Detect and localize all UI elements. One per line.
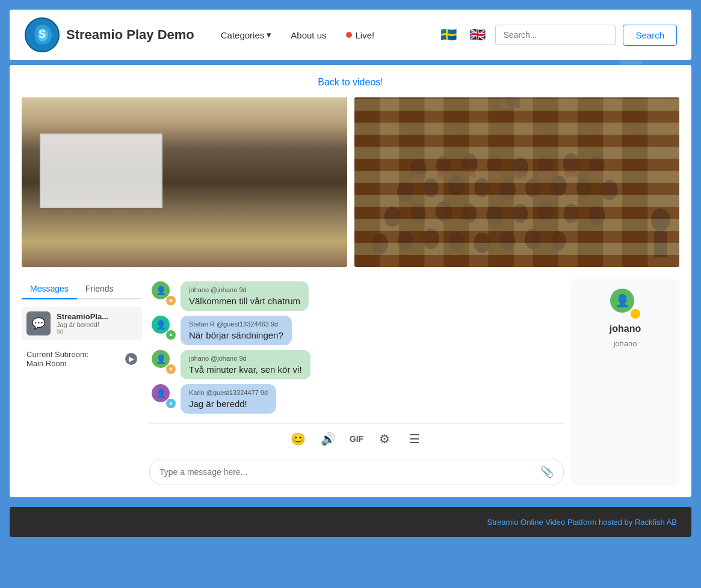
svg-rect-51 xyxy=(558,97,578,267)
svg-point-71 xyxy=(576,179,591,198)
svg-point-82 xyxy=(371,234,388,254)
svg-point-22 xyxy=(266,208,282,228)
svg-rect-3 xyxy=(22,97,347,188)
svg-point-21 xyxy=(247,210,261,228)
svg-point-75 xyxy=(435,201,452,222)
header: S Streamio Play Demo Categories ▾ About … xyxy=(10,10,691,60)
svg-rect-52 xyxy=(577,97,602,267)
svg-rect-50 xyxy=(533,97,558,267)
svg-rect-91 xyxy=(437,171,449,179)
svg-point-72 xyxy=(601,180,618,200)
tab-friends[interactable]: Friends xyxy=(77,279,122,298)
svg-rect-37 xyxy=(184,208,196,215)
video-gallery xyxy=(22,97,679,267)
search-button[interactable]: Search xyxy=(623,25,677,46)
svg-point-65 xyxy=(423,179,438,198)
attach-icon[interactable]: 📎 xyxy=(540,465,554,479)
room-icon: 💬 xyxy=(26,311,51,335)
svg-rect-96 xyxy=(564,169,577,177)
user-status-icon xyxy=(631,309,640,319)
svg-rect-93 xyxy=(488,171,501,179)
swedish-flag-button[interactable]: 🇸🇪 xyxy=(437,27,459,43)
emoji-button[interactable]: 😊 xyxy=(289,430,307,448)
avatar-johano-2: 👤 ★ xyxy=(152,350,176,374)
svg-rect-40 xyxy=(244,210,256,216)
msg-header-3: johano @johano 9d xyxy=(189,355,302,362)
svg-rect-44 xyxy=(399,97,424,267)
svg-rect-8 xyxy=(55,195,320,267)
back-link-area: Back to videos! xyxy=(22,77,679,88)
svg-point-67 xyxy=(474,179,489,198)
back-to-videos-link[interactable]: Back to videos! xyxy=(318,77,383,87)
svg-point-25 xyxy=(154,227,168,245)
tab-messages[interactable]: Messages xyxy=(22,279,77,299)
svg-point-70 xyxy=(550,176,567,196)
chat-messages: 👤 ★ johano @johano 9d Välkommen till vår… xyxy=(149,279,564,416)
message-3: 👤 ★ johano @johano 9d Två minuter kvar, … xyxy=(152,350,561,379)
svg-rect-7 xyxy=(91,105,231,185)
room-info: StreamioPla... Jag är beredd! 9d xyxy=(57,312,137,335)
svg-point-77 xyxy=(486,205,503,225)
subroom-arrow-icon[interactable]: ▶ xyxy=(125,353,137,365)
svg-point-78 xyxy=(512,204,527,223)
video-thumb-right[interactable] xyxy=(354,97,680,267)
user-avatar-main-icon: 👤 xyxy=(610,289,634,313)
svg-point-56 xyxy=(410,159,427,179)
room-time: 9d xyxy=(57,328,137,335)
menu-button[interactable]: ☰ xyxy=(406,430,424,448)
video-thumb-left[interactable] xyxy=(22,97,347,267)
sound-button[interactable]: 🔊 xyxy=(320,430,338,448)
user-handle: johano xyxy=(613,339,637,348)
logo-area[interactable]: S Streamio Play Demo xyxy=(24,17,194,53)
svg-point-31 xyxy=(273,227,288,246)
avatar-johano-1: 👤 ★ xyxy=(152,281,176,305)
header-right: 🇸🇪 🇬🇧 Search xyxy=(437,25,677,46)
settings-button[interactable]: ⚙ xyxy=(375,430,394,448)
english-flag-button[interactable]: 🇬🇧 xyxy=(466,27,488,43)
msg-text-2: När börjar sändningen? xyxy=(189,330,283,340)
main-content: Back to videos! xyxy=(10,65,691,497)
svg-rect-39 xyxy=(224,209,236,215)
subroom-name-text: Main Room xyxy=(26,359,88,368)
nav-categories[interactable]: Categories ▾ xyxy=(214,25,279,45)
svg-point-10 xyxy=(181,194,195,212)
user-panel: 👤 johano johano xyxy=(571,279,679,485)
svg-point-30 xyxy=(253,225,268,245)
svg-rect-49 xyxy=(513,97,533,267)
message-input[interactable] xyxy=(159,467,536,477)
live-dot-icon xyxy=(346,32,352,38)
svg-point-62 xyxy=(563,153,579,174)
svg-point-9 xyxy=(159,195,175,215)
search-input[interactable] xyxy=(495,25,616,45)
avatar-badge-icon: ★ xyxy=(166,364,176,374)
gif-button[interactable]: GIF xyxy=(350,434,363,444)
svg-point-59 xyxy=(487,156,502,176)
avatar-badge-icon: ★ xyxy=(166,296,176,305)
msg-text-1: Välkommen till vårt chatrum xyxy=(189,296,300,306)
nav-live[interactable]: Live! xyxy=(339,25,382,45)
chat-main: 👤 ★ johano @johano 9d Välkommen till vår… xyxy=(149,279,564,485)
svg-point-58 xyxy=(460,153,477,174)
svg-rect-95 xyxy=(539,171,552,179)
svg-rect-46 xyxy=(443,97,469,267)
svg-point-83 xyxy=(398,231,413,251)
svg-point-84 xyxy=(422,228,439,249)
svg-point-29 xyxy=(233,227,248,245)
svg-rect-6 xyxy=(88,102,234,188)
avatar-badge-icon: ● xyxy=(166,330,176,340)
svg-point-16 xyxy=(146,212,162,231)
svg-rect-92 xyxy=(463,169,475,177)
svg-point-60 xyxy=(511,158,528,178)
svg-rect-47 xyxy=(469,97,488,267)
svg-point-13 xyxy=(239,195,255,215)
site-title: Streamio Play Demo xyxy=(66,27,194,43)
svg-point-80 xyxy=(563,204,578,223)
svg-rect-100 xyxy=(501,97,520,108)
svg-rect-99 xyxy=(654,231,667,257)
svg-point-64 xyxy=(397,181,414,201)
room-name: StreamioPla... xyxy=(57,312,137,321)
chat-room-item[interactable]: 💬 StreamioPla... Jag är beredd! 9d xyxy=(22,307,142,340)
nav-about[interactable]: About us xyxy=(283,25,333,45)
footer-text: Streamio Online Video Platform hosted by… xyxy=(487,518,677,527)
svg-rect-2 xyxy=(22,97,347,267)
